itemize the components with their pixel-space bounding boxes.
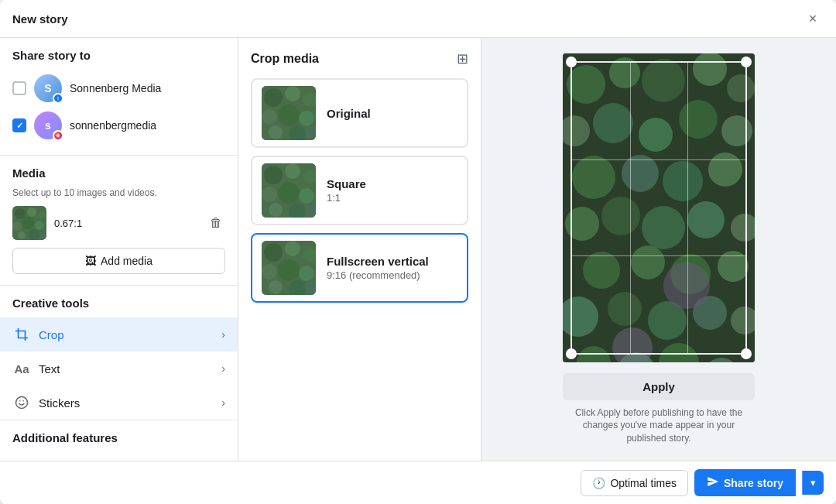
account-checkbox-facebook[interactable] <box>12 81 26 95</box>
svg-point-39 <box>299 266 314 281</box>
crop-ratio-fullscreen: 9:16 (recommended) <box>327 269 429 281</box>
svg-point-18 <box>278 105 300 126</box>
svg-point-55 <box>622 155 659 192</box>
svg-point-45 <box>609 57 640 88</box>
crop-media-title: Crop media <box>251 52 319 66</box>
left-panel: Share story to S f Sonnenberg Media s ◉ <box>0 38 238 461</box>
preview-image <box>563 53 755 362</box>
tool-item-text[interactable]: Aa Text › <box>0 351 238 386</box>
svg-point-30 <box>269 203 283 217</box>
account-name-facebook: Sonnenberg Media <box>70 82 161 94</box>
svg-point-20 <box>269 125 283 139</box>
media-thumbnail <box>12 206 46 240</box>
svg-point-40 <box>269 280 283 294</box>
share-story-dropdown-button[interactable]: ▾ <box>802 471 824 495</box>
svg-point-68 <box>608 292 642 326</box>
sticker-icon <box>12 393 31 412</box>
svg-point-50 <box>593 103 633 143</box>
svg-point-52 <box>679 100 718 139</box>
preview-container <box>563 53 755 362</box>
modal-body: Share story to S f Sonnenberg Media s ◉ <box>0 38 836 461</box>
svg-point-54 <box>572 156 615 199</box>
svg-point-28 <box>278 182 300 204</box>
crop-info-square: Square 1:1 <box>327 177 366 204</box>
text-icon: Aa <box>12 359 31 378</box>
svg-point-35 <box>285 241 300 256</box>
crop-thumb-original <box>262 86 316 140</box>
svg-point-25 <box>285 163 300 179</box>
crop-info-fullscreen: Fullscreen vertical 9:16 (recommended) <box>327 255 429 281</box>
svg-point-4 <box>12 221 22 231</box>
messenger-icon <box>707 475 719 490</box>
preview-image-svg <box>563 53 755 362</box>
delete-media-button[interactable]: 🗑 <box>207 213 225 233</box>
svg-point-38 <box>278 259 300 281</box>
svg-point-37 <box>262 264 277 279</box>
svg-point-10 <box>16 397 28 409</box>
crop-ratio-square: 1:1 <box>327 192 366 204</box>
apply-button[interactable]: Apply <box>563 373 755 400</box>
svg-point-29 <box>299 188 314 204</box>
apply-note: Click Apply before publishing to have th… <box>563 406 755 445</box>
close-button[interactable]: × <box>802 8 824 29</box>
svg-point-56 <box>663 161 703 201</box>
crop-icon <box>12 325 31 344</box>
clock-icon: 🕐 <box>592 477 605 489</box>
account-checkbox-instagram[interactable] <box>12 118 26 132</box>
svg-point-17 <box>262 109 277 125</box>
svg-point-57 <box>708 153 742 187</box>
optimal-times-label: Optimal times <box>610 477 677 489</box>
svg-point-53 <box>721 115 752 146</box>
modal-header: New story × <box>0 0 836 38</box>
crop-media-header: Crop media ⊞ <box>251 50 468 67</box>
stickers-label: Stickers <box>39 396 214 410</box>
crop-thumb-square <box>262 163 316 218</box>
svg-point-51 <box>639 118 673 152</box>
creative-tools-title: Creative tools <box>0 297 238 317</box>
tool-item-stickers[interactable]: Stickers › <box>0 386 238 420</box>
new-story-modal: New story × Share story to S f Sonnenber… <box>0 0 836 504</box>
svg-point-24 <box>264 166 283 184</box>
modal-footer: 🕐 Optimal times Share story ▾ <box>0 461 836 504</box>
crop-thumb-fullscreen-svg <box>262 241 316 295</box>
add-media-label: Add media <box>101 255 152 267</box>
add-media-icon: 🖼 <box>85 255 96 267</box>
svg-point-27 <box>262 187 277 202</box>
svg-point-44 <box>567 65 605 104</box>
share-story-button[interactable]: Share story <box>694 469 796 496</box>
optimal-times-button[interactable]: 🕐 Optimal times <box>581 470 688 496</box>
crop-label: Crop <box>39 328 214 341</box>
avatar-instagram: s ◉ <box>34 111 62 139</box>
crop-name-original: Original <box>327 107 371 120</box>
media-preview-row: 0.67:1 🗑 <box>12 206 225 240</box>
crop-option-fullscreen[interactable]: Fullscreen vertical 9:16 (recommended) <box>251 233 468 303</box>
svg-point-5 <box>22 217 34 229</box>
text-label: Text <box>39 362 214 375</box>
account-item-facebook: S f Sonnenberg Media <box>12 70 225 107</box>
crop-option-original[interactable]: Original <box>251 78 468 148</box>
svg-point-15 <box>285 86 300 101</box>
modal-title: New story <box>12 12 68 26</box>
send-icon-svg <box>707 475 719 488</box>
split-view-icon[interactable]: ⊞ <box>457 50 468 67</box>
text-chevron: › <box>221 362 225 375</box>
svg-point-1 <box>15 208 26 219</box>
crop-option-square[interactable]: Square 1:1 <box>251 156 468 225</box>
svg-point-47 <box>693 53 727 86</box>
creative-tools-section: Creative tools Crop › Aa Text <box>0 286 238 420</box>
account-name-instagram: sonnenbergmedia <box>70 119 156 132</box>
media-ratio: 0.67:1 <box>54 218 199 229</box>
svg-point-60 <box>642 206 685 249</box>
svg-point-7 <box>18 231 26 239</box>
svg-point-19 <box>299 111 314 126</box>
tool-item-crop[interactable]: Crop › <box>0 317 238 351</box>
media-subtitle: Select up to 10 images and videos. <box>12 187 225 198</box>
svg-point-59 <box>601 197 640 235</box>
svg-point-61 <box>687 201 725 238</box>
svg-point-2 <box>27 207 36 217</box>
add-media-button[interactable]: 🖼 Add media <box>12 248 225 274</box>
svg-point-3 <box>38 211 46 219</box>
svg-point-63 <box>583 252 620 289</box>
media-section: Media Select up to 10 images and videos. <box>0 156 238 286</box>
svg-point-46 <box>642 59 685 102</box>
